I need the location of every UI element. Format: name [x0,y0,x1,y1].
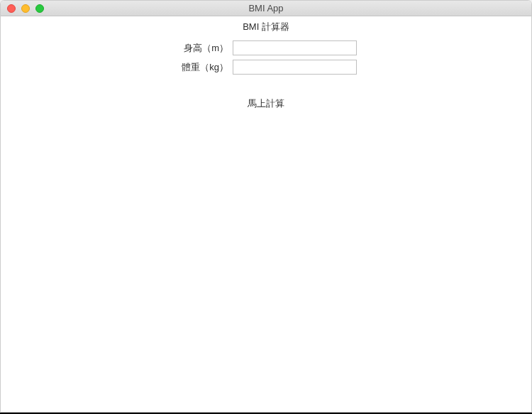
height-label: 身高（m） [175,42,228,55]
window-title: BMI App [1,3,531,13]
content-area: BMI 計算器 身高（m） 體重（kg） 馬上計算 [1,16,531,111]
weight-label: 體重（kg） [175,61,228,74]
app-window: BMI App BMI 計算器 身高（m） 體重（kg） 馬上計算 [0,0,532,413]
height-row: 身高（m） [1,40,531,55]
weight-row: 體重（kg） [1,60,531,75]
calculate-button[interactable]: 馬上計算 [243,96,289,111]
traffic-lights [1,4,44,13]
maximize-icon[interactable] [35,4,44,13]
height-input[interactable] [233,40,357,55]
minimize-icon[interactable] [21,4,30,13]
close-icon[interactable] [7,4,16,13]
titlebar: BMI App [1,1,531,16]
app-heading: BMI 計算器 [1,21,531,33]
weight-input[interactable] [233,60,357,75]
